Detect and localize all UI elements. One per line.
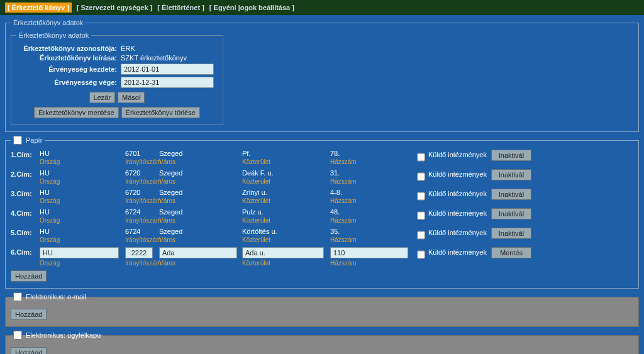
address-cell: Pulz u.Közterület	[242, 208, 329, 224]
book-outer-fieldset: Érkeztetőkönyv adatok Érkeztetőkönyv ada…	[5, 19, 639, 132]
address-cell: Zrínyi u.Közterület	[242, 189, 329, 204]
row-button-cell: Inaktivál	[491, 189, 535, 200]
address-cell-hint: Közterület	[242, 260, 329, 267]
paper-legend-checkbox[interactable]	[13, 136, 22, 145]
address-cell: Város	[159, 247, 241, 267]
kuldo-label: Küldő intézmények	[428, 150, 490, 158]
save-book-button[interactable]: Érkeztetőkönyv mentése	[34, 107, 118, 118]
nav-item-jogok[interactable]: [ Egyéni jogok beállítása ]	[209, 4, 294, 11]
email-add-button[interactable]: Hozzáad	[11, 309, 47, 320]
top-nav: [ Érkeztető könyv ] [ Szervezeti egysége…	[0, 0, 644, 15]
book-end-input[interactable]	[121, 77, 214, 88]
inactivate-row-button[interactable]: Inaktivál	[491, 169, 531, 180]
address-cell: 6724Irányítószám	[125, 208, 158, 224]
book-id-label: Érkeztetőkönyv azonosítója:	[16, 45, 117, 52]
nav-item-elettortenet[interactable]: [ Élettörténet ]	[157, 4, 204, 11]
book-start-input[interactable]	[121, 64, 214, 75]
address-cell-value: Szeged	[159, 150, 241, 157]
kuldo-checkbox-cell	[414, 208, 427, 222]
address-cell-hint: Irányítószám	[125, 197, 158, 204]
copy-button[interactable]: Másol	[118, 92, 145, 103]
row-button-cell: Mentés	[491, 247, 535, 258]
ugyfelkapu-fieldset: Elektronikus: ügyfélkapu Hozzáad	[5, 331, 639, 354]
address-cell-hint: Ország	[40, 197, 124, 204]
kuldo-checkbox[interactable]	[417, 153, 425, 162]
address-row: 4.Cím:HUOrszág6724IrányítószámSzegedVáro…	[11, 208, 633, 224]
address-cell-hint: Közterület	[242, 197, 329, 204]
address-cell-hint: Város	[159, 158, 241, 165]
address-cell: Deák F. u.Közterület	[242, 169, 329, 185]
address-cell-value: HU	[40, 189, 124, 196]
address-cell: HUOrszág	[40, 150, 124, 165]
book-desc-label: Érkeztetőkönyv leírása:	[16, 54, 117, 62]
address-row-label: 4.Cím:	[11, 208, 38, 217]
address-cell: Pf.Közterület	[242, 150, 329, 165]
book-outer-legend: Érkeztetőkönyv adatok	[11, 19, 86, 26]
address-cell: 4-8.Házszám	[330, 189, 413, 204]
save-row-button[interactable]: Mentés	[491, 247, 531, 258]
hazsz-input[interactable]	[330, 247, 408, 258]
address-cell: SzegedVáros	[159, 208, 241, 224]
address-row: 6.Cím:OrszágIrányítószámVárosKözterületH…	[11, 247, 633, 267]
email-fieldset: Elektronikus: e-mail Hozzáad	[5, 292, 639, 327]
delete-book-button[interactable]: Érkeztetőkönyv törlése	[121, 107, 200, 118]
address-cell-hint: Ország	[40, 217, 124, 224]
kuldo-checkbox[interactable]	[417, 211, 425, 220]
address-cell: Irányítószám	[125, 247, 158, 267]
address-row: 1.Cím:HUOrszág6701IrányítószámSzegedVáro…	[11, 150, 633, 165]
kozt-input[interactable]	[242, 247, 324, 258]
address-cell-hint: Ország	[40, 260, 124, 267]
address-cell-value: HU	[40, 150, 124, 157]
book-end-label: Érvényesség vége:	[16, 79, 117, 86]
inactivate-row-button[interactable]: Inaktivál	[491, 189, 531, 200]
varos-input[interactable]	[159, 247, 237, 258]
address-cell-hint: Város	[159, 260, 241, 267]
ugyfelkapu-add-button[interactable]: Hozzáad	[11, 347, 47, 354]
address-cell: HUOrszág	[40, 169, 124, 185]
nav-item-erkezteto[interactable]: [ Érkeztető könyv ]	[5, 3, 72, 13]
address-cell-hint: Házszám	[330, 158, 413, 165]
address-cell-value: Deák F. u.	[242, 169, 329, 177]
kuldo-label: Küldő intézmények	[428, 208, 490, 217]
address-cell: 31.Házszám	[330, 169, 413, 185]
address-cell: Körtöltés u.Közterület	[242, 228, 329, 243]
address-cell-hint: Közterület	[242, 217, 329, 224]
address-cell-hint: Házszám	[330, 236, 413, 243]
kuldo-label: Küldő intézmények	[428, 169, 490, 178]
book-inner-fieldset: Érkeztetőkönyv adatok Érkeztetőkönyv azo…	[11, 31, 223, 125]
address-cell: 6724Irányítószám	[125, 228, 158, 243]
address-cell-value: Pf.	[242, 150, 329, 157]
address-cell: HUOrszág	[40, 189, 124, 204]
inactivate-row-button[interactable]: Inaktivál	[491, 150, 531, 161]
inactivate-row-button[interactable]: Inaktivál	[491, 228, 531, 239]
kuldo-checkbox[interactable]	[417, 231, 425, 240]
address-cell-value: 48.	[330, 208, 413, 216]
address-cell-value: 31.	[330, 169, 413, 177]
address-row-label: 1.Cím:	[11, 150, 38, 158]
address-cell: Házszám	[330, 247, 413, 267]
email-legend: Elektronikus: e-mail	[11, 292, 89, 301]
address-cell-hint: Házszám	[330, 217, 413, 224]
address-cell-hint: Közterület	[242, 236, 329, 243]
ugyfelkapu-legend-checkbox[interactable]	[13, 331, 22, 340]
kuldo-checkbox[interactable]	[417, 192, 425, 201]
kuldo-checkbox-cell	[414, 189, 427, 202]
address-cell: SzegedVáros	[159, 228, 241, 243]
email-legend-checkbox[interactable]	[13, 292, 22, 301]
address-cell: HUOrszág	[40, 208, 124, 224]
inactivate-row-button[interactable]: Inaktivál	[491, 208, 531, 219]
paper-add-button[interactable]: Hozzáad	[11, 270, 47, 282]
address-cell-value: 6724	[125, 208, 158, 216]
address-cell-value: Pulz u.	[242, 208, 329, 216]
kuldo-checkbox[interactable]	[417, 250, 425, 259]
orszag-input[interactable]	[40, 247, 119, 258]
address-cell: SzegedVáros	[159, 150, 241, 165]
kuldo-checkbox[interactable]	[417, 172, 425, 181]
email-legend-text: Elektronikus: e-mail	[26, 293, 86, 301]
kuldo-checkbox-cell	[414, 150, 427, 163]
nav-item-szervezeti[interactable]: [ Szervezeti egységek ]	[77, 4, 152, 11]
irsz-input[interactable]	[125, 247, 153, 258]
book-inner-legend: Érkeztetőkönyv adatok	[16, 31, 91, 39]
address-cell-value: Szeged	[159, 208, 241, 216]
close-button[interactable]: Lezár	[89, 92, 116, 103]
